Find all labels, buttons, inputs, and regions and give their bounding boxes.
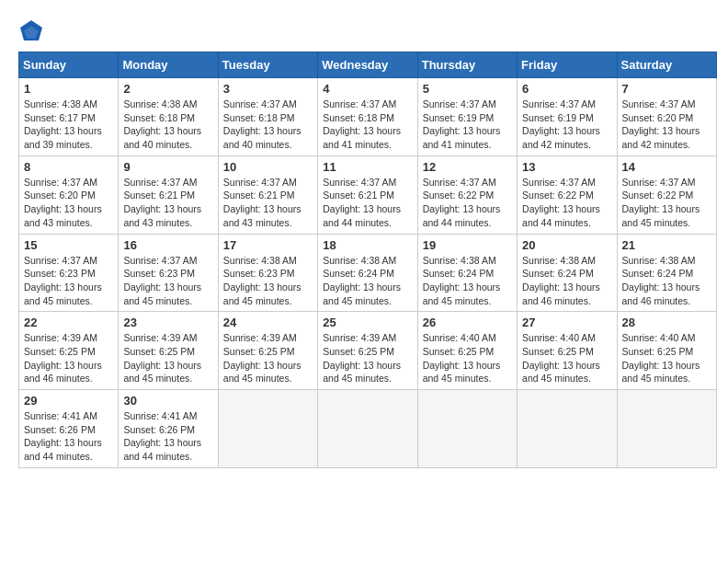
day-cell [218, 390, 317, 468]
calendar-table: SundayMondayTuesdayWednesdayThursdayFrid… [18, 52, 717, 468]
col-header-tuesday: Tuesday [218, 52, 317, 78]
calendar-wrapper: SundayMondayTuesdayWednesdayThursdayFrid… [9, 52, 719, 477]
day-cell: 2 Sunrise: 4:38 AM Sunset: 6:18 PM Dayli… [119, 78, 218, 156]
col-header-thursday: Thursday [417, 52, 517, 78]
day-number: 22 [24, 316, 113, 329]
day-info: Sunrise: 4:40 AM Sunset: 6:25 PM Dayligh… [423, 331, 512, 385]
day-number: 21 [622, 238, 711, 252]
col-header-sunday: Sunday [19, 52, 119, 78]
day-cell: 8 Sunrise: 4:37 AM Sunset: 6:20 PM Dayli… [19, 155, 119, 234]
day-number: 5 [423, 82, 512, 96]
col-header-friday: Friday [518, 52, 617, 78]
day-info: Sunrise: 4:37 AM Sunset: 6:22 PM Dayligh… [423, 176, 512, 230]
header [9, 9, 719, 52]
day-info: Sunrise: 4:37 AM Sunset: 6:20 PM Dayligh… [24, 176, 113, 230]
day-info: Sunrise: 4:37 AM Sunset: 6:19 PM Dayligh… [522, 98, 611, 152]
day-cell: 20 Sunrise: 4:38 AM Sunset: 6:24 PM Dayl… [518, 234, 617, 312]
day-info: Sunrise: 4:38 AM Sunset: 6:24 PM Dayligh… [522, 254, 611, 308]
day-info: Sunrise: 4:37 AM Sunset: 6:20 PM Dayligh… [622, 98, 711, 152]
day-info: Sunrise: 4:39 AM Sunset: 6:25 PM Dayligh… [323, 331, 412, 385]
day-number: 3 [223, 82, 313, 96]
day-cell: 24 Sunrise: 4:39 AM Sunset: 6:25 PM Dayl… [218, 312, 317, 390]
col-header-wednesday: Wednesday [318, 52, 417, 78]
day-info: Sunrise: 4:38 AM Sunset: 6:24 PM Dayligh… [423, 254, 512, 308]
day-number: 27 [522, 316, 611, 329]
day-cell: 28 Sunrise: 4:40 AM Sunset: 6:25 PM Dayl… [617, 312, 716, 390]
day-info: Sunrise: 4:38 AM Sunset: 6:18 PM Dayligh… [123, 98, 212, 152]
day-info: Sunrise: 4:37 AM Sunset: 6:21 PM Dayligh… [223, 176, 313, 230]
day-number: 23 [123, 316, 212, 329]
day-info: Sunrise: 4:38 AM Sunset: 6:24 PM Dayligh… [622, 254, 711, 308]
day-cell: 21 Sunrise: 4:38 AM Sunset: 6:24 PM Dayl… [617, 234, 716, 312]
day-number: 16 [123, 238, 212, 252]
day-info: Sunrise: 4:37 AM Sunset: 6:22 PM Dayligh… [622, 176, 711, 230]
day-cell: 10 Sunrise: 4:37 AM Sunset: 6:21 PM Dayl… [218, 155, 317, 234]
day-number: 10 [223, 160, 313, 174]
day-info: Sunrise: 4:40 AM Sunset: 6:25 PM Dayligh… [522, 331, 611, 385]
calendar-header-row: SundayMondayTuesdayWednesdayThursdayFrid… [19, 52, 717, 78]
day-info: Sunrise: 4:38 AM Sunset: 6:23 PM Dayligh… [223, 254, 313, 308]
day-info: Sunrise: 4:37 AM Sunset: 6:23 PM Dayligh… [123, 254, 212, 308]
day-cell: 4 Sunrise: 4:37 AM Sunset: 6:18 PM Dayli… [318, 78, 417, 156]
day-info: Sunrise: 4:37 AM Sunset: 6:18 PM Dayligh… [323, 98, 412, 152]
day-number: 29 [24, 394, 113, 408]
day-info: Sunrise: 4:39 AM Sunset: 6:25 PM Dayligh… [24, 331, 113, 385]
day-cell [417, 390, 517, 468]
day-number: 14 [622, 160, 711, 174]
day-cell: 27 Sunrise: 4:40 AM Sunset: 6:25 PM Dayl… [518, 312, 617, 390]
day-cell: 13 Sunrise: 4:37 AM Sunset: 6:22 PM Dayl… [518, 155, 617, 234]
day-cell: 30 Sunrise: 4:41 AM Sunset: 6:26 PM Dayl… [119, 390, 218, 468]
day-info: Sunrise: 4:41 AM Sunset: 6:26 PM Dayligh… [24, 409, 113, 464]
day-number: 8 [24, 160, 113, 174]
week-row-4: 22 Sunrise: 4:39 AM Sunset: 6:25 PM Dayl… [19, 312, 717, 390]
day-cell [318, 390, 417, 468]
day-number: 19 [423, 238, 512, 252]
day-info: Sunrise: 4:37 AM Sunset: 6:19 PM Dayligh… [423, 98, 512, 152]
day-number: 9 [123, 160, 212, 174]
day-number: 2 [123, 82, 212, 96]
day-cell: 23 Sunrise: 4:39 AM Sunset: 6:25 PM Dayl… [119, 312, 218, 390]
day-number: 20 [522, 238, 611, 252]
day-number: 15 [24, 238, 113, 252]
page-container: SundayMondayTuesdayWednesdayThursdayFrid… [9, 9, 719, 477]
day-cell: 26 Sunrise: 4:40 AM Sunset: 6:25 PM Dayl… [417, 312, 517, 390]
day-cell: 19 Sunrise: 4:38 AM Sunset: 6:24 PM Dayl… [417, 234, 517, 312]
day-number: 24 [223, 316, 313, 329]
day-info: Sunrise: 4:41 AM Sunset: 6:26 PM Dayligh… [123, 409, 212, 464]
day-info: Sunrise: 4:37 AM Sunset: 6:18 PM Dayligh… [223, 98, 313, 152]
day-number: 26 [423, 316, 512, 329]
day-number: 7 [622, 82, 711, 96]
day-info: Sunrise: 4:39 AM Sunset: 6:25 PM Dayligh… [123, 331, 212, 385]
day-info: Sunrise: 4:37 AM Sunset: 6:23 PM Dayligh… [24, 254, 113, 308]
week-row-1: 1 Sunrise: 4:38 AM Sunset: 6:17 PM Dayli… [19, 78, 717, 156]
day-info: Sunrise: 4:38 AM Sunset: 6:24 PM Dayligh… [323, 254, 412, 308]
day-cell: 5 Sunrise: 4:37 AM Sunset: 6:19 PM Dayli… [417, 78, 517, 156]
day-cell: 14 Sunrise: 4:37 AM Sunset: 6:22 PM Dayl… [617, 155, 716, 234]
day-cell: 15 Sunrise: 4:37 AM Sunset: 6:23 PM Dayl… [19, 234, 119, 312]
day-cell: 17 Sunrise: 4:38 AM Sunset: 6:23 PM Dayl… [218, 234, 317, 312]
day-number: 11 [323, 160, 412, 174]
day-info: Sunrise: 4:37 AM Sunset: 6:21 PM Dayligh… [323, 176, 412, 230]
logo-icon [18, 18, 44, 44]
day-number: 6 [522, 82, 611, 96]
week-row-2: 8 Sunrise: 4:37 AM Sunset: 6:20 PM Dayli… [19, 155, 717, 234]
day-number: 28 [622, 316, 711, 329]
day-number: 13 [522, 160, 611, 174]
day-cell: 9 Sunrise: 4:37 AM Sunset: 6:21 PM Dayli… [119, 155, 218, 234]
day-info: Sunrise: 4:40 AM Sunset: 6:25 PM Dayligh… [622, 331, 711, 385]
day-number: 12 [423, 160, 512, 174]
day-cell: 18 Sunrise: 4:38 AM Sunset: 6:24 PM Dayl… [318, 234, 417, 312]
day-number: 4 [323, 82, 412, 96]
day-cell: 22 Sunrise: 4:39 AM Sunset: 6:25 PM Dayl… [19, 312, 119, 390]
day-cell: 1 Sunrise: 4:38 AM Sunset: 6:17 PM Dayli… [19, 78, 119, 156]
day-number: 18 [323, 238, 412, 252]
day-info: Sunrise: 4:38 AM Sunset: 6:17 PM Dayligh… [24, 98, 113, 152]
day-cell: 16 Sunrise: 4:37 AM Sunset: 6:23 PM Dayl… [119, 234, 218, 312]
day-cell: 11 Sunrise: 4:37 AM Sunset: 6:21 PM Dayl… [318, 155, 417, 234]
day-number: 17 [223, 238, 313, 252]
col-header-monday: Monday [119, 52, 218, 78]
day-cell [617, 390, 716, 468]
day-number: 1 [24, 82, 113, 96]
day-number: 25 [323, 316, 412, 329]
day-info: Sunrise: 4:39 AM Sunset: 6:25 PM Dayligh… [223, 331, 313, 385]
